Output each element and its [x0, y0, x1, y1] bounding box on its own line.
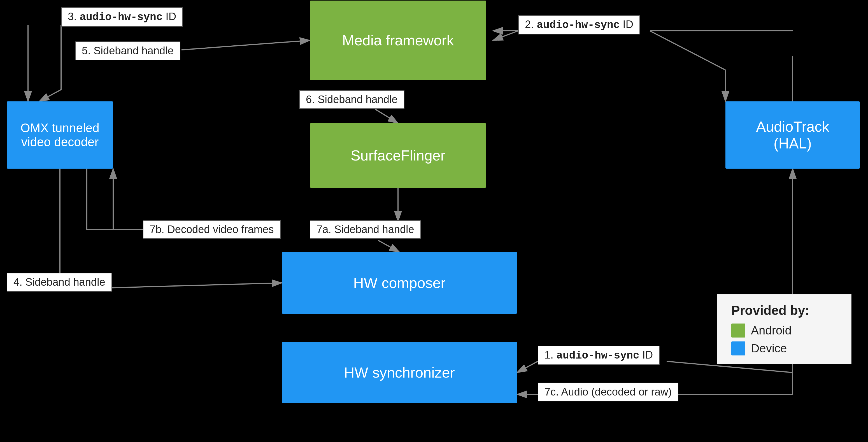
svg-line-2 [493, 31, 518, 40]
step2-text: 2. audio-hw-sync ID [525, 19, 633, 31]
step1-text: 1. audio-hw-sync ID [545, 349, 653, 361]
label-step6: 6. Sideband handle [299, 90, 404, 109]
media-framework-label: Media framework [342, 32, 454, 49]
svg-line-7 [182, 40, 310, 50]
svg-line-8 [375, 109, 398, 123]
step7c-text: 7c. Audio (decoded or raw) [545, 386, 672, 398]
hw-composer-label: HW composer [353, 275, 445, 291]
legend: Provided by: Android Device [717, 294, 851, 364]
svg-line-16 [517, 361, 538, 373]
svg-line-13 [106, 283, 282, 288]
label-step7c: 7c. Audio (decoded or raw) [538, 383, 678, 401]
step6-text: 6. Sideband handle [306, 94, 398, 105]
step7a-text: 7a. Sideband handle [316, 223, 414, 235]
label-step7a: 7a. Sideband handle [310, 220, 421, 239]
media-framework-box: Media framework [310, 1, 486, 80]
step3-text: 3. audio-hw-sync ID [68, 11, 176, 23]
legend-device-color [731, 342, 745, 355]
label-step7b: 7b. Decoded video frames [143, 220, 281, 239]
label-step3: 3. audio-hw-sync ID [61, 7, 183, 27]
step5-text: 5. Sideband handle [82, 45, 174, 57]
step4-text: 4. Sideband handle [13, 276, 105, 288]
step7b-text: 7b. Decoded video frames [150, 223, 274, 235]
hw-synchronizer-box: HW synchronizer [282, 342, 517, 403]
surface-flinger-label: SurfaceFlinger [351, 147, 445, 164]
label-step5: 5. Sideband handle [75, 41, 180, 60]
hw-composer-box: HW composer [282, 252, 517, 314]
audio-track-label: AudioTrack(HAL) [756, 118, 829, 152]
label-step1: 1. audio-hw-sync ID [538, 346, 660, 365]
omx-decoder-box: OMX tunneledvideo decoder [7, 101, 113, 169]
legend-item-android: Android [731, 323, 837, 338]
legend-android-color [731, 323, 745, 338]
svg-line-6 [39, 90, 61, 101]
svg-line-9 [378, 240, 399, 252]
diagram: Media framework SurfaceFlinger OMX tunne… [0, 0, 868, 442]
legend-device-label: Device [751, 342, 787, 355]
legend-title: Provided by: [731, 303, 837, 318]
svg-line-3 [650, 31, 725, 70]
omx-decoder-label: OMX tunneledvideo decoder [21, 121, 99, 149]
label-step2: 2. audio-hw-sync ID [518, 15, 640, 34]
label-step4: 4. Sideband handle [7, 273, 112, 292]
audio-track-box: AudioTrack(HAL) [725, 101, 860, 169]
hw-synchronizer-label: HW synchronizer [344, 364, 455, 381]
surface-flinger-box: SurfaceFlinger [310, 123, 486, 188]
legend-android-label: Android [751, 324, 792, 337]
legend-item-device: Device [731, 342, 837, 355]
